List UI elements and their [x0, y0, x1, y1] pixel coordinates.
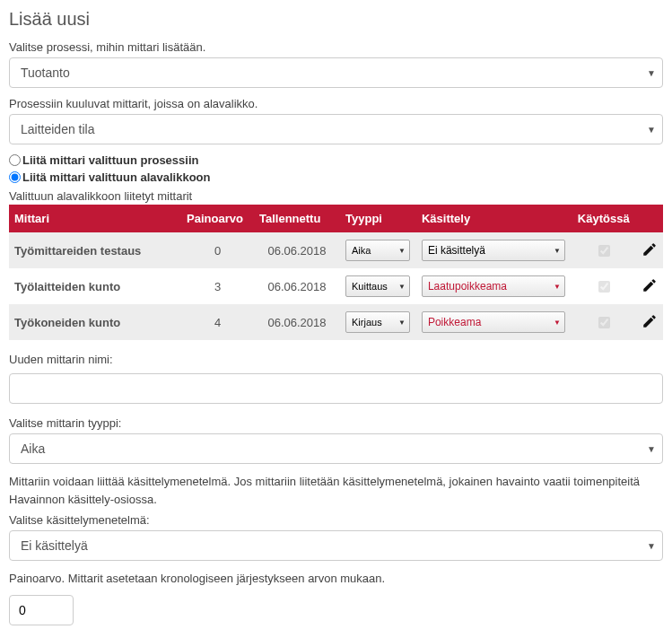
process-label: Valitse prosessi, mihin mittari lisätään… — [9, 40, 663, 54]
attached-heading: Valittuun alavalikkoon liitetyt mittarit — [9, 189, 663, 203]
type-label: Valitse mittarin tyyppi: — [9, 416, 663, 430]
row-saved: 06.06.2018 — [254, 268, 340, 304]
table-row: Työlaitteiden kunto306.06.2018Kuittaus▼L… — [9, 268, 663, 304]
attach-process-radio[interactable] — [9, 154, 21, 166]
type-select[interactable]: Aika — [9, 433, 663, 464]
row-enabled-checkbox — [598, 245, 610, 257]
submenu-select[interactable]: Laitteiden tila — [9, 114, 663, 144]
new-name-label: Uuden mittarin nimi: — [9, 353, 663, 366]
row-name: Työkoneiden kunto — [9, 304, 181, 340]
row-saved: 06.06.2018 — [254, 232, 340, 268]
row-handling-select[interactable]: Ei käsittelyä — [422, 240, 565, 261]
row-type-select[interactable]: Aika — [345, 240, 410, 261]
row-name: Työlaitteiden kunto — [9, 268, 181, 304]
handling-select[interactable]: Ei käsittelyä — [9, 530, 663, 561]
row-weight: 0 — [181, 232, 254, 268]
table-row: Työmittareiden testaus006.06.2018Aika▼Ei… — [9, 232, 663, 268]
attach-process-label: Liitä mittari valittuun prosessiin — [22, 153, 198, 167]
attach-submenu-radio[interactable] — [9, 171, 21, 183]
row-weight: 4 — [181, 304, 254, 340]
mittari-table: Mittari Painoarvo Tallennettu Tyyppi Käs… — [9, 205, 663, 340]
col-type: Tyyppi — [340, 205, 416, 232]
row-type-select[interactable]: Kuittaus — [345, 275, 410, 297]
row-weight: 3 — [181, 268, 254, 304]
attach-submenu-label: Liitä mittari valittuun alavalikkoon — [22, 170, 211, 184]
weight-input[interactable] — [9, 595, 74, 625]
handling-description: Mittariin voidaan liittää käsittelymenet… — [9, 473, 663, 508]
process-select[interactable]: Tuotanto — [9, 57, 663, 88]
weight-label: Painoarvo. Mittarit asetetaan kronologis… — [9, 570, 663, 588]
row-enabled-checkbox — [598, 317, 610, 328]
submenu-label: Prosessiin kuuluvat mittarit, joissa on … — [9, 97, 663, 110]
edit-icon[interactable] — [641, 319, 658, 332]
row-name: Työmittareiden testaus — [9, 232, 181, 268]
col-weight: Painoarvo — [181, 205, 254, 232]
row-enabled-checkbox — [598, 281, 610, 293]
row-handling-select[interactable]: Laatupoikkeama — [422, 275, 565, 297]
edit-icon[interactable] — [641, 247, 658, 260]
edit-icon[interactable] — [641, 283, 658, 296]
col-name: Mittari — [9, 205, 181, 232]
new-name-input[interactable] — [9, 373, 663, 404]
row-saved: 06.06.2018 — [254, 304, 340, 340]
col-handling: Käsittely — [416, 205, 572, 232]
col-enabled: Käytössä — [572, 205, 636, 232]
table-row: Työkoneiden kunto406.06.2018Kirjaus▼Poik… — [9, 304, 663, 340]
row-type-select[interactable]: Kirjaus — [345, 311, 410, 333]
row-handling-select[interactable]: Poikkeama — [422, 311, 565, 333]
col-saved: Tallennettu — [254, 205, 340, 232]
handling-label: Valitse käsittelymenetelmä: — [9, 513, 663, 527]
page-title: Lisää uusi — [9, 9, 663, 30]
